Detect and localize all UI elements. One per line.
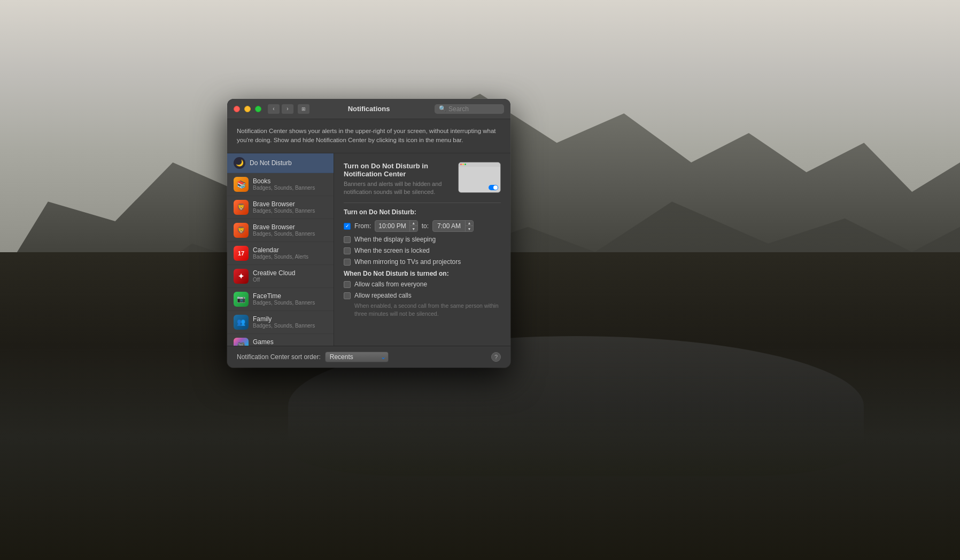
- sidebar-item-do-not-disturb-name: Do Not Disturb: [250, 159, 327, 167]
- preview-dot-green: [464, 164, 466, 165]
- sidebar-item-games[interactable]: 🎮 Games Badges, Sounds, Banners: [227, 334, 334, 346]
- sidebar-item-creative-cloud-name: Creative Cloud: [253, 269, 327, 277]
- sidebar-item-books[interactable]: 📚 Books Badges, Sounds, Banners: [227, 173, 334, 196]
- preview-inner: [459, 162, 500, 192]
- repeated-calls-helper: When enabled, a second call from the sam…: [354, 302, 501, 317]
- minimize-button[interactable]: [244, 106, 251, 112]
- sidebar-item-books-name: Books: [253, 177, 327, 185]
- mirroring-label: When mirroring to TVs and projectors: [354, 258, 461, 266]
- sidebar-item-brave-1-subtitle: Badges, Sounds, Banners: [253, 208, 327, 214]
- preview-dot-red: [460, 164, 462, 165]
- do-not-disturb-icon: 🌙: [234, 157, 245, 169]
- preview-menubar: [459, 162, 500, 167]
- from-label: From:: [354, 222, 371, 230]
- close-button[interactable]: [234, 106, 240, 112]
- from-time-down[interactable]: ▼: [410, 226, 417, 231]
- from-checkbox[interactable]: [344, 223, 351, 230]
- sidebar-item-family-name: Family: [253, 315, 327, 323]
- books-icon: 📚: [234, 177, 249, 192]
- sidebar-item-games-name: Games: [253, 338, 327, 346]
- brave-icon-2: 🦁: [234, 223, 249, 238]
- help-button[interactable]: ?: [491, 352, 501, 362]
- sidebar-item-facetime-subtitle: Badges, Sounds, Banners: [253, 300, 327, 306]
- sidebar-item-facetime[interactable]: 📷 FaceTime Badges, Sounds, Banners: [227, 288, 334, 311]
- allow-repeated-label: Allow repeated calls: [354, 292, 412, 299]
- main-area: 🌙 Do Not Disturb 📚 Books Badges, Sounds,…: [227, 153, 510, 346]
- sidebar-item-family[interactable]: 👥 Family Badges, Sounds, Banners: [227, 311, 334, 334]
- preview-content: [459, 167, 500, 192]
- mirroring-checkbox[interactable]: [344, 259, 351, 266]
- forward-button[interactable]: ›: [282, 104, 293, 114]
- grid-view-button[interactable]: ⊞: [298, 104, 309, 114]
- allow-calls-label: Allow calls from everyone: [354, 281, 427, 288]
- to-time-down[interactable]: ▼: [466, 226, 473, 231]
- sidebar: 🌙 Do Not Disturb 📚 Books Badges, Sounds,…: [227, 153, 334, 346]
- main-content-panel: Turn on Do Not Disturb in Notification C…: [334, 153, 510, 346]
- screen-locked-checkbox[interactable]: [344, 247, 351, 254]
- sidebar-item-creative-cloud[interactable]: ✦ Creative Cloud Off: [227, 265, 334, 288]
- sidebar-item-brave-2-info: Brave Browser Badges, Sounds, Banners: [253, 223, 327, 237]
- when-on-title: When Do Not Disturb is turned on:: [344, 270, 501, 277]
- sort-select-wrapper: Recents Recents by App Manually by App: [325, 352, 389, 362]
- sidebar-item-books-info: Books Badges, Sounds, Banners: [253, 177, 327, 191]
- sidebar-item-do-not-disturb-info: Do Not Disturb: [250, 159, 327, 167]
- creative-cloud-icon: ✦: [234, 269, 249, 284]
- from-time-up[interactable]: ▲: [410, 221, 417, 226]
- footer-bar: Notification Center sort order: Recents …: [227, 346, 510, 368]
- sidebar-item-calendar[interactable]: 17 Calendar Badges, Sounds, Alerts: [227, 242, 334, 265]
- to-label: to:: [422, 222, 429, 230]
- display-sleeping-checkbox[interactable]: [344, 236, 351, 243]
- screen-locked-row: When the screen is locked: [344, 247, 501, 254]
- allow-repeated-row: Allow repeated calls: [344, 292, 501, 299]
- back-button[interactable]: ‹: [268, 104, 280, 114]
- brave-icon-1: 🦁: [234, 200, 249, 215]
- search-input[interactable]: [448, 105, 500, 113]
- traffic-lights: [234, 106, 261, 112]
- nav-buttons: ‹ › ⊞: [268, 104, 309, 114]
- sidebar-item-brave-1-name: Brave Browser: [253, 200, 327, 208]
- sort-order-select[interactable]: Recents Recents by App Manually by App: [325, 352, 389, 362]
- sidebar-item-brave-2-subtitle: Badges, Sounds, Banners: [253, 231, 327, 237]
- from-time-arrows: ▲ ▼: [409, 221, 417, 231]
- sort-label: Notification Center sort order:: [237, 353, 321, 361]
- sidebar-item-facetime-name: FaceTime: [253, 292, 327, 300]
- allow-calls-row: Allow calls from everyone: [344, 281, 501, 288]
- sidebar-item-calendar-info: Calendar Badges, Sounds, Alerts: [253, 246, 327, 260]
- to-time-arrows: ▲ ▼: [465, 221, 473, 231]
- preferences-window: ‹ › ⊞ Notifications 🔍 Notification Cente…: [227, 99, 510, 368]
- allow-repeated-checkbox[interactable]: [344, 292, 351, 299]
- facetime-icon: 📷: [234, 292, 249, 307]
- display-sleeping-row: When the display is sleeping: [344, 236, 501, 243]
- display-sleeping-label: When the display is sleeping: [354, 236, 436, 243]
- window-title: Notifications: [348, 105, 390, 113]
- sidebar-item-brave-1-info: Brave Browser Badges, Sounds, Banners: [253, 200, 327, 214]
- sidebar-item-calendar-subtitle: Badges, Sounds, Alerts: [253, 254, 327, 260]
- dnd-preview-card: [458, 162, 501, 193]
- from-time-value: 10:00 PM: [375, 221, 409, 231]
- divider-1: [344, 203, 501, 203]
- games-icon: 🎮: [234, 338, 249, 346]
- to-time-value: 7:00 AM: [433, 221, 465, 231]
- from-time-stepper[interactable]: 10:00 PM ▲ ▼: [375, 220, 417, 232]
- sidebar-item-creative-cloud-subtitle: Off: [253, 277, 327, 283]
- maximize-button[interactable]: [255, 106, 261, 112]
- to-time-stepper[interactable]: 7:00 AM ▲ ▼: [432, 220, 474, 232]
- sidebar-item-family-info: Family Badges, Sounds, Banners: [253, 315, 327, 329]
- mirroring-row: When mirroring to TVs and projectors: [344, 258, 501, 266]
- window-body: Notification Center shows your alerts in…: [227, 119, 510, 368]
- sidebar-item-brave-2[interactable]: 🦁 Brave Browser Badges, Sounds, Banners: [227, 219, 334, 242]
- description-text: Notification Center shows your alerts in…: [237, 127, 501, 145]
- sidebar-item-brave-2-name: Brave Browser: [253, 223, 327, 231]
- from-checkbox-row: From: 10:00 PM ▲ ▼ to: 7:00 AM ▲ ▼: [344, 220, 501, 232]
- allow-calls-checkbox[interactable]: [344, 281, 351, 288]
- preview-dot-yellow: [462, 164, 464, 165]
- to-time-up[interactable]: ▲: [466, 221, 473, 226]
- sidebar-item-family-subtitle: Badges, Sounds, Banners: [253, 323, 327, 329]
- search-icon: 🔍: [439, 105, 446, 112]
- titlebar: ‹ › ⊞ Notifications 🔍: [227, 99, 510, 119]
- sidebar-item-brave-1[interactable]: 🦁 Brave Browser Badges, Sounds, Banners: [227, 196, 334, 219]
- sidebar-item-books-subtitle: Badges, Sounds, Banners: [253, 185, 327, 191]
- sidebar-item-do-not-disturb[interactable]: 🌙 Do Not Disturb: [227, 153, 334, 173]
- sidebar-item-creative-cloud-info: Creative Cloud Off: [253, 269, 327, 283]
- search-bar[interactable]: 🔍: [435, 104, 504, 114]
